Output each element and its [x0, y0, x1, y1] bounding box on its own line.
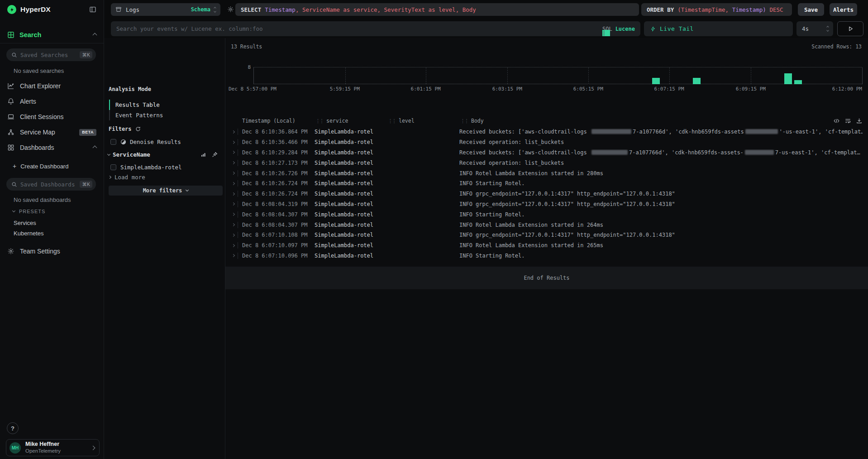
denoise-filter-row[interactable]: Denoise Results	[110, 139, 181, 145]
saved-searches-input[interactable]	[20, 52, 80, 58]
facet-simplelambda-row[interactable]: SimpleLambda-rotel	[110, 164, 181, 171]
sidebar-item-label: Dashboards	[20, 144, 54, 151]
sidebar-item-client-sessions[interactable]: Client Sessions	[0, 110, 104, 123]
query-token: ,	[377, 6, 384, 13]
servicename-group-row[interactable]: ServiceName	[108, 151, 218, 158]
saved-dashboards-input[interactable]	[20, 181, 80, 188]
table-row[interactable]: Dec 8 6:07:10.097 PMSimpleLambda-rotelIN…	[231, 240, 863, 251]
facet-chart-icon[interactable]	[200, 152, 206, 158]
topbar: Logs Schema SELECT Timestamp, ServiceNam…	[104, 0, 868, 38]
column-header-level[interactable]: level	[399, 118, 415, 124]
lucene-mode-toggle[interactable]: Lucene	[615, 26, 635, 32]
select-query-input[interactable]: SELECT Timestamp, ServiceName as service…	[235, 3, 639, 16]
cell-body: Received buckets: ['aws-cloudtrail-logs …	[459, 149, 863, 156]
chart-bar[interactable]	[784, 73, 792, 84]
chart-bar[interactable]	[794, 80, 802, 85]
table-row[interactable]: Dec 8 6:10:26.724 PMSimpleLambda-rotelIN…	[231, 178, 863, 189]
table-row[interactable]: Dec 8 6:07:10.108 PMSimpleLambda-rotelIN…	[231, 230, 863, 240]
preset-label: Kubernetes	[14, 230, 44, 237]
play-icon	[848, 26, 854, 32]
sidebar-item-team-settings[interactable]: Team Settings	[0, 245, 104, 258]
query-token: DESC	[766, 6, 783, 13]
denoise-checkbox[interactable]	[110, 139, 116, 145]
table-row[interactable]: Dec 8 6:10:36.466 PMSimpleLambda-rotelRe…	[231, 137, 863, 148]
preset-item-services[interactable]: Services	[0, 218, 104, 228]
pin-icon[interactable]	[212, 152, 218, 158]
live-tail-label: Live Tail	[660, 25, 694, 32]
cell-timestamp: Dec 8 6:08:04.319 PM	[238, 201, 315, 207]
cell-body: INFO grpc_endpoint="127.0.0.1:4317" http…	[459, 232, 863, 238]
saved-dashboards-search[interactable]: ⌘K	[6, 178, 96, 191]
play-button[interactable]	[837, 21, 863, 36]
results-count: 13 Results	[231, 43, 262, 50]
code-view-icon[interactable]	[833, 118, 840, 124]
event-search-bar[interactable]: SQL | Lucene	[111, 21, 640, 36]
load-more-button[interactable]: Load more	[109, 174, 145, 181]
drag-handle-icon[interactable]: ⋮⋮	[460, 118, 468, 124]
denoise-icon	[120, 139, 126, 145]
cell-service: SimpleLambda-rotel	[315, 253, 387, 259]
chart-bar[interactable]	[693, 78, 701, 84]
saved-searches-search[interactable]: ⌘K	[6, 48, 96, 61]
drag-handle-icon[interactable]: ⋮⋮	[315, 118, 323, 124]
sidebar-item-alerts[interactable]: Alerts	[0, 95, 104, 108]
refresh-icon[interactable]	[135, 126, 141, 132]
chart-x-axis: Dec 8 5:57:00 PM5:59:15 PM6:01:15 PM6:03…	[253, 86, 862, 92]
sidebar-item-search[interactable]: Search	[0, 28, 104, 42]
save-button[interactable]: Save	[798, 3, 824, 16]
user-menu[interactable]: MH Mike Heffner OpenTelemetry	[6, 439, 100, 456]
shortcut-badge: ⌘K	[80, 181, 92, 188]
chevron-up-icon[interactable]	[93, 145, 97, 150]
table-row[interactable]: Dec 8 6:10:29.284 PMSimpleLambda-rotelRe…	[231, 148, 863, 158]
help-button[interactable]: ?	[7, 422, 19, 434]
table-row[interactable]: Dec 8 6:08:04.319 PMSimpleLambda-rotelIN…	[231, 199, 863, 210]
column-header-body[interactable]: Body	[471, 118, 484, 124]
create-dashboard-label: Create Dashboard	[20, 163, 68, 170]
results-area: 13 Results Scanned Rows: 13 8 Dec 8 5:57…	[225, 38, 868, 459]
table-row[interactable]: Dec 8 6:08:04.307 PMSimpleLambda-rotelIN…	[231, 220, 863, 230]
column-header-timestamp[interactable]: Timestamp (Local)	[242, 118, 296, 124]
filters-title: Filters	[109, 126, 132, 132]
presets-toggle[interactable]: PRESETS	[0, 208, 104, 215]
alerts-button[interactable]: Alerts	[830, 3, 857, 16]
table-row[interactable]: Dec 8 6:08:04.307 PMSimpleLambda-rotelIN…	[231, 209, 863, 220]
mode-results-table[interactable]: Results Table	[109, 100, 216, 110]
cell-service: SimpleLambda-rotel	[315, 160, 387, 166]
sidebar-item-dashboards[interactable]: Dashboards	[0, 141, 104, 154]
preset-item-kubernetes[interactable]: Kubernetes	[0, 228, 104, 238]
sidebar-item-chart-explorer[interactable]: Chart Explorer	[0, 80, 104, 92]
sidebar-item-service-map[interactable]: Service Map BETA	[0, 126, 104, 139]
event-search-input[interactable]	[116, 25, 602, 32]
table-row[interactable]: Dec 8 6:07:10.096 PMSimpleLambda-rotelIN…	[231, 251, 863, 261]
redacted-text	[745, 150, 774, 155]
cell-service: SimpleLambda-rotel	[315, 211, 387, 218]
search-icon	[11, 52, 17, 58]
cell-timestamp: Dec 8 6:10:26.724 PM	[238, 191, 315, 197]
mode-event-patterns[interactable]: Event Patterns	[109, 110, 216, 120]
drag-handle-icon[interactable]: ⋮⋮	[388, 118, 396, 124]
facet-checkbox[interactable]	[110, 164, 116, 170]
table-header: Timestamp (Local) ⋮⋮service ⋮⋮level ⋮⋮Bo…	[231, 116, 863, 126]
refresh-interval-select[interactable]: 4s	[796, 21, 833, 36]
live-tail-button[interactable]: Live Tail	[644, 21, 793, 36]
column-header-service[interactable]: service	[326, 118, 348, 124]
table-row[interactable]: Dec 8 6:10:26.724 PMSimpleLambda-rotelIN…	[231, 189, 863, 199]
more-filters-button[interactable]: More filters	[109, 186, 223, 196]
table-row[interactable]: Dec 8 6:10:27.173 PMSimpleLambda-rotelRe…	[231, 158, 863, 168]
download-icon[interactable]	[856, 118, 863, 124]
source-label: Logs	[126, 6, 139, 13]
source-select[interactable]: Logs Schema	[111, 3, 220, 16]
table-row[interactable]: Dec 8 6:10:26.726 PMSimpleLambda-rotelIN…	[231, 168, 863, 178]
facet-label: SimpleLambda-rotel	[120, 164, 181, 171]
order-by-input[interactable]: ORDER BY (TimestampTime, Timestamp) DESC	[641, 3, 792, 16]
sidebar-search-label: Search	[19, 31, 41, 38]
cell-body: INFO Starting Rotel.	[459, 211, 863, 218]
source-settings-gear-icon[interactable]	[227, 6, 234, 13]
wrap-text-icon[interactable]	[844, 118, 851, 124]
hyperdx-logo-icon	[7, 5, 16, 14]
collapse-sidebar-icon[interactable]	[89, 6, 96, 13]
create-dashboard-button[interactable]: + Create Dashboard	[0, 161, 104, 172]
chevron-up-icon[interactable]	[93, 33, 97, 37]
table-row[interactable]: Dec 8 6:10:36.864 PMSimpleLambda-rotelRe…	[231, 127, 863, 137]
chart-bar[interactable]	[652, 78, 660, 84]
